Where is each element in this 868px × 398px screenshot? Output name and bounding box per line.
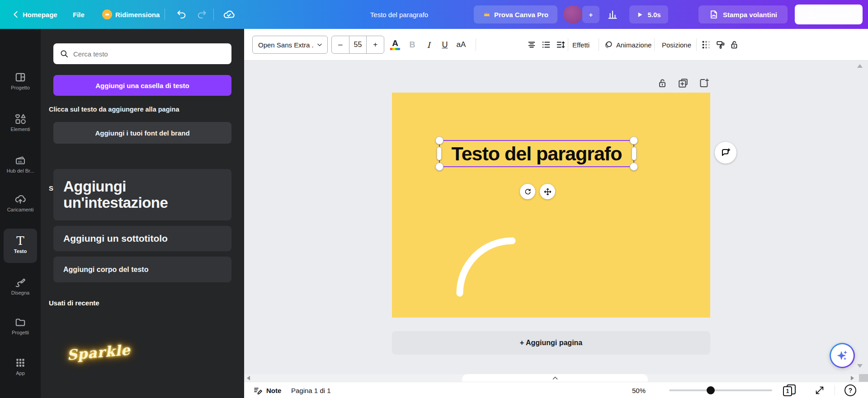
duplicate-page-button[interactable]	[676, 76, 690, 90]
play-duration-button[interactable]: 5.0s	[629, 5, 668, 23]
style-card-heading[interactable]: Aggiungi un'intestazione	[53, 169, 231, 220]
search-input[interactable]	[73, 50, 225, 58]
style-card-body[interactable]: Aggiungi corpo del testo	[53, 257, 231, 282]
sidebar-item-hub-del-brand[interactable]: co. Hub del Br...	[0, 155, 41, 173]
font-size-increase-button[interactable]: +	[367, 36, 384, 53]
zoom-level-value[interactable]: 50%	[632, 382, 646, 398]
text-color-icon: A	[392, 39, 398, 47]
scroll-down-arrow[interactable]	[857, 364, 863, 368]
toolbar-divider	[654, 38, 655, 51]
add-page-icon	[698, 78, 709, 89]
page-thumbnails-button[interactable]: 1	[783, 382, 796, 398]
bar-chart-icon	[607, 9, 618, 20]
elements-icon	[0, 113, 41, 125]
crown-icon	[483, 11, 491, 18]
text-align-button[interactable]	[524, 37, 539, 52]
comment-add-icon	[720, 147, 731, 158]
underline-button[interactable]: U	[438, 37, 452, 52]
bold-button[interactable]: B	[405, 37, 420, 52]
add-page-icon-button[interactable]	[697, 76, 711, 90]
zoom-slider-thumb[interactable]	[707, 386, 715, 394]
share-button[interactable]: Condividi	[795, 5, 863, 24]
print-label: Stampa volantini	[723, 11, 777, 19]
notes-button[interactable]: Note	[253, 382, 281, 398]
status-bar: Note Pagina 1 di 1 50% 1 ?	[244, 382, 868, 398]
homepage-menu[interactable]: Homepage	[23, 0, 57, 29]
bullet-list-button[interactable]	[539, 37, 553, 52]
textbox-text[interactable]: Testo del paragrafo	[452, 143, 622, 165]
sidebar-item-app[interactable]: App	[0, 357, 41, 376]
add-brand-fonts-button[interactable]: Aggiungi i tuoi font del brand	[53, 122, 231, 144]
sidebar-item-testo[interactable]: T Testo	[4, 229, 37, 263]
italic-button[interactable]: I	[421, 37, 436, 52]
animate-button[interactable]: Animazione	[602, 37, 653, 53]
line-spacing-button[interactable]	[553, 37, 568, 52]
share-icon	[806, 9, 816, 19]
ai-assistant-button[interactable]	[830, 343, 855, 368]
align-center-icon	[527, 40, 537, 50]
resize-handle-ne[interactable]	[630, 136, 638, 145]
scroll-left-arrow[interactable]	[247, 376, 250, 380]
toolbar-divider	[696, 38, 697, 51]
transparency-icon	[701, 40, 711, 50]
resize-handle-se[interactable]	[630, 163, 638, 171]
back-button[interactable]	[10, 9, 22, 20]
sidebar-item-progetti[interactable]: Progetti	[0, 316, 41, 335]
redo-button[interactable]	[193, 6, 210, 23]
design-page[interactable]: Testo del paragrafo	[392, 93, 710, 318]
position-button[interactable]: Posizione	[660, 37, 693, 53]
resize-handle-nw[interactable]	[435, 136, 443, 145]
style-card-subtitle[interactable]: Aggiungi un sottotitolo	[53, 226, 231, 251]
page-lock-button[interactable]	[656, 76, 669, 90]
print-flyer-icon	[709, 9, 719, 19]
scroll-up-arrow[interactable]	[857, 64, 863, 68]
sidebar-item-elementi[interactable]: Elementi	[0, 113, 41, 132]
uploads-icon	[0, 193, 41, 205]
page-panel-tab[interactable]	[462, 374, 648, 382]
rotate-handle[interactable]	[520, 184, 535, 199]
scroll-right-arrow[interactable]	[851, 376, 854, 380]
cloud-save-button[interactable]	[220, 6, 238, 23]
horizontal-scrollbar	[244, 374, 868, 382]
document-title[interactable]: Testo del paragrafo	[370, 0, 428, 29]
add-textbox-button[interactable]: Aggiungi una casella di testo	[53, 75, 231, 96]
sidebar-item-caricamenti[interactable]: Caricamenti	[0, 193, 41, 212]
fullscreen-button[interactable]	[815, 382, 825, 398]
font-family-select[interactable]: Open Sans Extra ...	[252, 36, 328, 54]
try-pro-button[interactable]: Prova Canva Pro	[474, 5, 557, 23]
effects-button[interactable]: Effetti	[571, 37, 591, 53]
move-handle[interactable]	[540, 184, 555, 199]
sidebar-item-disegna[interactable]: Disegna	[0, 276, 41, 295]
resize-menu[interactable]: Ridimensiona	[102, 0, 160, 29]
zoom-slider-track[interactable]	[669, 389, 772, 391]
file-menu[interactable]: File	[73, 0, 85, 29]
page-indicator[interactable]: Pagina 1 di 1	[291, 382, 331, 398]
resize-handle-sw[interactable]	[435, 163, 443, 171]
help-button[interactable]: ?	[844, 382, 856, 398]
avatar[interactable]	[563, 5, 582, 23]
recent-item-sparkle[interactable]: Sparkle	[66, 342, 131, 363]
canvas-area[interactable]: Testo del paragrafo + Aggiungi pagina	[244, 61, 868, 382]
font-size-decrease-button[interactable]: –	[332, 36, 349, 53]
font-size-input[interactable]	[349, 36, 367, 53]
sidebar-item-progetto[interactable]: Progetto	[0, 71, 41, 90]
search-icon	[60, 49, 69, 58]
text-color-button[interactable]: A	[388, 37, 402, 52]
resize-handle-w[interactable]	[437, 147, 442, 160]
resize-handle-e[interactable]	[632, 147, 637, 160]
sparkle-ai-icon	[835, 349, 849, 362]
print-flyers-button[interactable]: Stampa volantini	[698, 5, 788, 23]
search-box	[53, 43, 231, 64]
add-comment-button[interactable]	[715, 142, 736, 164]
transparency-button[interactable]	[699, 37, 713, 52]
selected-textbox[interactable]: Testo del paragrafo	[439, 140, 634, 167]
undo-button[interactable]	[174, 6, 190, 23]
add-member-button[interactable]: +	[582, 6, 599, 23]
add-page-button[interactable]: + Aggiungi pagina	[392, 331, 710, 355]
lock-button[interactable]	[727, 37, 741, 52]
insights-button[interactable]	[602, 5, 623, 23]
copy-style-button[interactable]	[713, 37, 728, 52]
letter-case-button[interactable]: aA	[454, 37, 468, 52]
duplicate-page-icon	[678, 78, 689, 89]
arc-curve-element[interactable]	[392, 93, 710, 318]
